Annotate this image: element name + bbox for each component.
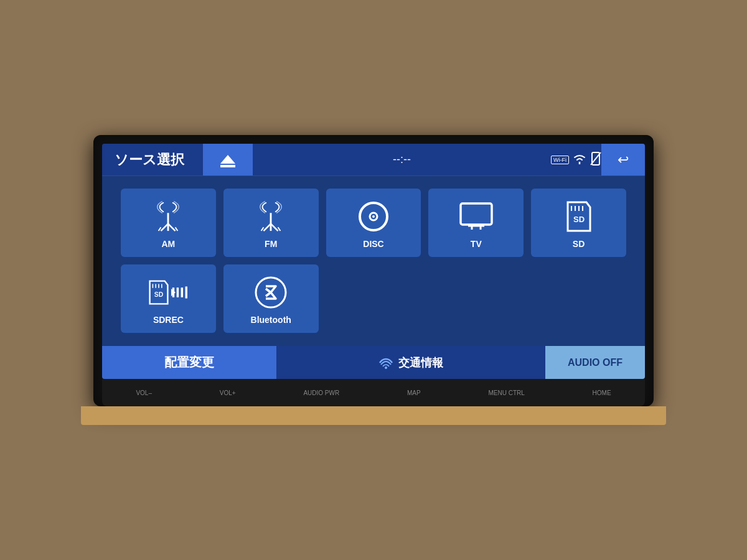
source-grid: AM — [102, 176, 645, 345]
disc-button[interactable]: DISC — [326, 189, 421, 257]
wifi-icon — [573, 153, 586, 167]
fm-label: FM — [265, 239, 277, 249]
menu-ctrl-label: MENU CTRL — [488, 390, 524, 396]
am-label: AM — [162, 239, 176, 249]
fm-antenna-icon — [257, 201, 284, 232]
wifi-label: Wi-Fi — [551, 156, 569, 164]
fm-icon — [257, 199, 284, 234]
bottom-bar: 配置変更 交通情報 AUDIO OFF — [102, 345, 645, 379]
svg-rect-1 — [220, 165, 235, 167]
cardboard-base — [81, 406, 666, 425]
outer-wrapper: ソース選択 --:-- Wi-Fi — [81, 135, 666, 425]
bluetooth-button[interactable]: Bluetooth — [223, 264, 319, 333]
audio-off-label: AUDIO OFF — [568, 357, 622, 368]
home-button[interactable]: HOME — [586, 388, 618, 397]
sd-card-icon: SD — [566, 201, 591, 232]
svg-text:SD: SD — [573, 215, 585, 224]
am-icon — [154, 199, 182, 234]
svg-point-39 — [385, 366, 387, 369]
disc-icon — [357, 200, 390, 233]
arrange-button[interactable]: 配置変更 — [102, 346, 276, 379]
eject-icon — [219, 151, 237, 169]
am-antenna-icon — [154, 201, 182, 232]
vol-plus-label: VOL+ — [220, 390, 236, 396]
traffic-label: 交通情報 — [398, 355, 443, 370]
audio-pwr-label: AUDIO PWR — [303, 390, 339, 396]
svg-rect-33 — [181, 287, 183, 297]
svg-marker-0 — [220, 155, 235, 164]
menu-ctrl-button[interactable]: MENU CTRL — [482, 388, 530, 397]
screen-title: ソース選択 — [102, 151, 197, 169]
disc-icon-area — [357, 199, 390, 234]
sdrec-label: SDREC — [153, 315, 184, 325]
bluetooth-icon — [255, 276, 287, 309]
back-button[interactable]: ↩ — [601, 144, 645, 175]
svg-line-11 — [271, 224, 278, 231]
wifi-signal-icon — [573, 153, 586, 164]
sd-label: SD — [573, 239, 585, 249]
audio-pwr-button[interactable]: AUDIO PWR — [297, 388, 345, 397]
sdrec-button[interactable]: SD — [121, 264, 216, 333]
audio-off-button[interactable]: AUDIO OFF — [545, 346, 645, 379]
sd-icon-area: SD — [566, 199, 591, 234]
sdrec-play-icon — [171, 284, 187, 301]
time-display: --:-- — [253, 153, 551, 166]
sdrec-icon-area: SD — [149, 275, 187, 310]
tv-icon-area — [459, 199, 493, 234]
fm-button[interactable]: FM — [223, 189, 319, 257]
tv-label: TV — [471, 239, 482, 249]
tv-button[interactable]: TV — [428, 189, 524, 257]
phone-icon — [590, 152, 601, 166]
svg-line-5 — [161, 224, 169, 231]
sdrec-card-icon: SD — [149, 280, 169, 305]
device-frame: ソース選択 --:-- Wi-Fi — [93, 135, 654, 406]
svg-line-10 — [264, 224, 271, 231]
top-bar: ソース選択 --:-- Wi-Fi — [102, 144, 645, 176]
svg-rect-32 — [177, 287, 179, 297]
map-label: MAP — [407, 390, 421, 396]
svg-marker-34 — [186, 286, 187, 298]
svg-text:SD: SD — [154, 291, 164, 298]
svg-rect-17 — [461, 203, 492, 225]
traffic-button[interactable]: 交通情報 — [276, 346, 545, 379]
bluetooth-icon-area — [255, 275, 287, 310]
vol-minus-label: VOL– — [136, 390, 152, 396]
physical-buttons: VOL– VOL+ AUDIO PWR MAP MENU CTRL HOME — [102, 379, 645, 406]
sd-button[interactable]: SD SD — [531, 189, 626, 257]
home-label: HOME — [593, 390, 611, 396]
traffic-radio-icon — [378, 357, 393, 369]
status-icons: Wi-Fi — [551, 152, 601, 168]
no-signal-icon — [590, 152, 601, 168]
svg-line-6 — [168, 224, 176, 231]
arrange-label: 配置変更 — [164, 354, 214, 371]
vol-minus-button[interactable]: VOL– — [129, 388, 158, 397]
screen: ソース選択 --:-- Wi-Fi — [102, 144, 645, 379]
disc-label: DISC — [363, 239, 383, 249]
back-icon: ↩ — [618, 152, 629, 168]
svg-line-38 — [266, 292, 271, 296]
map-button[interactable]: MAP — [401, 388, 427, 397]
svg-point-16 — [372, 215, 375, 218]
eject-button[interactable] — [203, 144, 253, 175]
vol-plus-button[interactable]: VOL+ — [214, 388, 242, 397]
bluetooth-label: Bluetooth — [251, 315, 291, 325]
am-button[interactable]: AM — [121, 189, 216, 257]
sdrec-composite-icon: SD — [149, 280, 187, 305]
tv-icon — [459, 202, 493, 231]
